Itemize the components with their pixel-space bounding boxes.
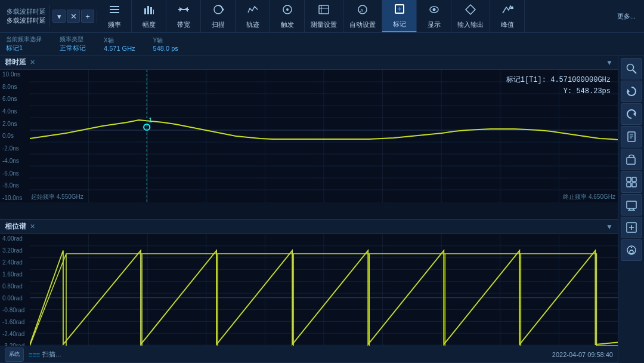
- top-chart-dropdown[interactable]: ▼: [606, 59, 613, 67]
- x-axis-value: 4.571 GHz: [104, 45, 135, 52]
- add-btn[interactable]: +: [81, 10, 94, 23]
- toolbar-icon-自动设置: A: [357, 4, 369, 19]
- y-label: -1.60rad: [2, 319, 24, 325]
- top-x-freq-right: 终止频率 4.650GHz: [563, 193, 615, 201]
- system-btn[interactable]: 系统: [5, 347, 24, 362]
- y-label: -6.0ns: [2, 170, 22, 177]
- toolbar-item-扫描[interactable]: 扫描: [201, 0, 236, 32]
- y-label: 4.00rad: [2, 235, 24, 242]
- main-content: 群时延 ✕ ▼ 10.0ns8.0ns6.0ns4.0ns2.0ns0.0s-2…: [0, 56, 644, 363]
- toolbar-item-触发[interactable]: 触发: [270, 0, 305, 32]
- close-btn[interactable]: ✕: [67, 10, 80, 23]
- toolbar-item-轨迹[interactable]: 轨迹: [236, 0, 270, 32]
- toolbar-item-自动设置[interactable]: A自动设置: [343, 0, 382, 32]
- bottom-chart-container: 4.00rad3.20rad2.40rad1.60rad0.80rad0.00r…: [0, 234, 618, 362]
- svg-point-13: [286, 8, 289, 11]
- toolbar-icon-扫描: [212, 4, 224, 19]
- svg-rect-4: [147, 6, 149, 14]
- toolbar-item-幅度[interactable]: 幅度: [132, 0, 166, 32]
- top-chart-title: 群时延: [5, 57, 26, 67]
- y-label: 0.00rad: [2, 295, 24, 302]
- bottom-chart-dropdown[interactable]: ▼: [606, 223, 613, 231]
- folder-btn[interactable]: [621, 149, 642, 170]
- toolbar-items: 频率幅度带宽扫描轨迹触发测量设置A自动设置标记显示输入输出峰值: [97, 0, 611, 32]
- svg-marker-70: [627, 89, 630, 94]
- y-label: -4.0ns: [2, 158, 22, 164]
- search-btn[interactable]: [621, 58, 642, 79]
- param-freq-type: 频率类型 正常标记: [60, 35, 86, 53]
- refresh-btn[interactable]: [621, 81, 642, 102]
- toolbar-icon-输入输出: [465, 4, 476, 19]
- current-freq-label: 当前频率选择: [6, 35, 42, 44]
- svg-line-69: [633, 70, 636, 73]
- y-label: 1.60rad: [2, 271, 24, 278]
- toolbar-label-显示: 显示: [428, 20, 441, 29]
- svg-marker-24: [466, 5, 475, 14]
- freq-type-label: 频率类型: [60, 35, 83, 44]
- toolbar-icon-频率: [109, 4, 120, 19]
- bottom-chart-svg: [30, 234, 618, 362]
- datetime: 2022-04-07 09:58:40: [552, 351, 613, 358]
- svg-rect-80: [632, 183, 636, 187]
- y-label: 0.0s: [2, 133, 22, 139]
- bottom-y-labels: 4.00rad3.20rad2.40rad1.60rad0.80rad0.00r…: [2, 234, 24, 362]
- annotation-y: Y: 548.23ps: [506, 86, 611, 97]
- top-chart-annotation: 标记1[T1]: 4.571000000GHz Y: 548.23ps: [506, 75, 611, 97]
- toolbar-label-频率: 频率: [108, 20, 121, 29]
- svg-rect-78: [632, 177, 636, 182]
- grid-btn[interactable]: [621, 171, 642, 193]
- app-subtitle: 多载波群时延: [7, 16, 46, 25]
- y-label: -8.0ns: [2, 182, 22, 189]
- y-label: 10.0ns: [2, 71, 22, 78]
- toolbar-item-带宽[interactable]: 带宽: [166, 0, 201, 32]
- dropdown-btn[interactable]: ▾: [52, 10, 66, 23]
- top-chart-close[interactable]: ✕: [30, 59, 35, 66]
- app-title: 多载波群时延: [7, 7, 46, 16]
- toolbar-label-幅度: 幅度: [143, 20, 156, 29]
- bottom-chart-close[interactable]: ✕: [30, 223, 35, 230]
- toolbar-item-峰值[interactable]: 峰值: [490, 0, 525, 32]
- toolbar-label-触发: 触发: [281, 20, 294, 29]
- toolbar-label-峰值: 峰值: [501, 20, 514, 29]
- y-label: 2.40rad: [2, 259, 24, 266]
- toolbar-label-标记: 标记: [393, 20, 406, 29]
- reset-btn[interactable]: [621, 103, 642, 125]
- settings-btn[interactable]: [621, 239, 642, 261]
- svg-rect-5: [150, 7, 152, 14]
- info-btn[interactable]: [621, 217, 642, 238]
- top-chart-panel: 群时延 ✕ ▼ 10.0ns8.0ns6.0ns4.0ns2.0ns0.0s-2…: [0, 56, 618, 220]
- svg-marker-71: [633, 112, 636, 116]
- param-current-freq: 当前频率选择 标记1: [6, 35, 42, 53]
- app-title-area: 多载波群时延 多载波群时延: [2, 5, 50, 27]
- y-label: 4.0ns: [2, 108, 22, 115]
- top-y-labels: 10.0ns8.0ns6.0ns4.0ns2.0ns0.0s-2.0ns-4.0…: [2, 70, 22, 202]
- scan-icon: ≡≡≡: [29, 351, 40, 358]
- top-x-freq-left: 起始频率 4.550GHz: [31, 193, 83, 201]
- y-label: -10.0ns: [2, 195, 22, 201]
- toolbar-icon-轨迹: [247, 4, 259, 19]
- annotation-x: 标记1[T1]: 4.571000000GHz: [506, 75, 611, 86]
- toolbar-item-标记[interactable]: 标记: [382, 0, 417, 32]
- y-label: 8.0ns: [2, 84, 22, 90]
- more-btn[interactable]: 更多...: [611, 10, 642, 23]
- toolbar-icon-幅度: [143, 4, 155, 19]
- system-label: 系统: [9, 350, 20, 358]
- bottom-chart-title: 相位谱: [5, 222, 26, 232]
- toolbar-label-带宽: 带宽: [177, 20, 190, 29]
- print-btn[interactable]: [621, 194, 642, 216]
- y-label: -2.0ns: [2, 145, 22, 152]
- status-bar: 系统 ≡≡≡ 扫描... 2022-04-07 09:58:40: [0, 346, 618, 362]
- y-label: -0.80rad: [2, 307, 24, 313]
- svg-rect-1: [110, 9, 119, 10]
- svg-rect-79: [627, 183, 631, 187]
- y-axis-label: Y轴: [153, 36, 163, 45]
- svg-text:1: 1: [148, 116, 152, 124]
- toolbar-item-显示[interactable]: 显示: [417, 0, 451, 32]
- save-btn[interactable]: [621, 126, 642, 147]
- y-axis-value: 548.0 ps: [153, 45, 178, 52]
- toolbar-label-轨迹: 轨迹: [246, 20, 259, 29]
- toolbar-item-测量设置[interactable]: 测量设置: [305, 0, 343, 32]
- toolbar-item-输入输出[interactable]: 输入输出: [451, 0, 490, 32]
- toolbar-item-频率[interactable]: 频率: [97, 0, 132, 32]
- svg-rect-0: [110, 6, 119, 7]
